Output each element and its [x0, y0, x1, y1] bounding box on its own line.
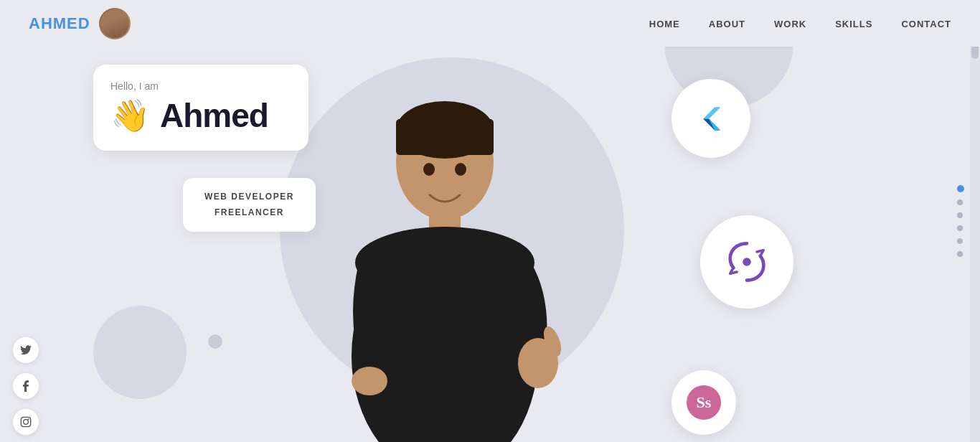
hero-name: Ahmed [160, 96, 268, 135]
logo: AHMED [29, 8, 131, 39]
nav-dot-5[interactable] [957, 238, 963, 244]
nav-work[interactable]: WORK [774, 19, 806, 29]
scrollbar-track [970, 0, 980, 442]
hello-card: Hello, I am 👋 Ahmed [93, 65, 308, 151]
svg-point-6 [423, 163, 435, 176]
nav-dot-6[interactable] [957, 251, 963, 257]
svg-point-19 [24, 420, 29, 425]
svg-point-15 [743, 258, 751, 266]
logo-blue: ED [67, 14, 90, 32]
bg-dot-small [208, 334, 222, 349]
redux-icon-container [700, 215, 793, 309]
role-line2: FREELANCER [215, 207, 284, 217]
twitter-icon[interactable] [13, 337, 39, 363]
nav-dot-3[interactable] [957, 212, 963, 218]
redux-svg [722, 237, 772, 287]
person-image [308, 26, 581, 442]
logo-text: AHMED [29, 14, 90, 33]
svg-point-7 [455, 163, 466, 176]
sass-icon-container: Ss [672, 370, 736, 435]
greeting-text: Hello, I am [110, 80, 287, 92]
logo-avatar [99, 8, 131, 39]
nav-links: HOME ABOUT WORK SKILLS CONTACT [649, 17, 951, 30]
person-svg [323, 55, 567, 442]
role-line1: WEB DEVELOPER [204, 192, 294, 202]
flutter-icon-container [672, 79, 750, 158]
bg-circle-bottom-left [93, 306, 187, 399]
svg-text:Ss: Ss [697, 393, 712, 411]
nav-dot-4[interactable] [957, 225, 963, 231]
wave-emoji: 👋 [110, 97, 150, 134]
nav-dots [957, 185, 964, 257]
nav-skills[interactable]: SKILLS [835, 19, 872, 29]
flutter-svg [692, 99, 731, 138]
instagram-icon[interactable] [13, 409, 39, 435]
nav-dot-1[interactable] [957, 185, 964, 192]
nav-home[interactable]: HOME [649, 19, 680, 29]
nav-about[interactable]: ABOUT [709, 19, 745, 29]
sass-svg: Ss [686, 385, 722, 420]
svg-rect-18 [21, 417, 30, 426]
social-sidebar [13, 337, 39, 435]
role-text: WEB DEVELOPER FREELANCER [204, 189, 294, 220]
svg-point-10 [352, 367, 387, 395]
svg-rect-3 [396, 119, 494, 155]
logo-black: AHM [29, 14, 67, 32]
name-row: 👋 Ahmed [110, 96, 287, 135]
nav-contact[interactable]: CONTACT [901, 19, 951, 29]
svg-point-20 [28, 418, 29, 420]
role-card: WEB DEVELOPER FREELANCER [183, 178, 316, 232]
facebook-icon[interactable] [13, 373, 39, 399]
nav-dot-2[interactable] [957, 199, 963, 205]
navbar: AHMED HOME ABOUT WORK SKILLS CONTACT [0, 0, 980, 47]
